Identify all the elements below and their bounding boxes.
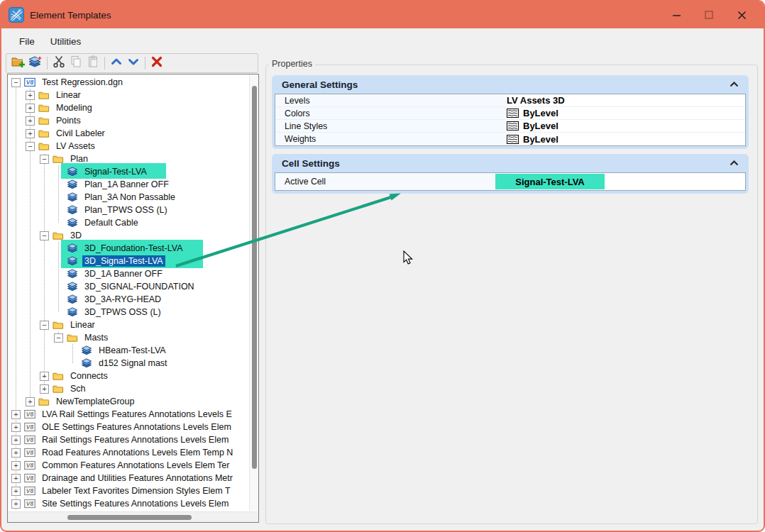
- expander-icon[interactable]: +: [40, 372, 49, 381]
- tree-item[interactable]: −V8Test Regression.dgn: [8, 76, 249, 89]
- tree-item[interactable]: d152 Signal mast: [8, 357, 249, 370]
- expander-icon[interactable]: −: [54, 333, 63, 343]
- expander-icon[interactable]: +: [11, 499, 21, 509]
- horizontal-scrollbar-thumb[interactable]: [67, 515, 192, 520]
- menu-file[interactable]: File: [11, 33, 43, 50]
- svg-text:V8: V8: [26, 449, 34, 456]
- tree-item[interactable]: +NewTemplateGroup: [8, 395, 249, 408]
- expander-icon[interactable]: +: [11, 461, 21, 470]
- expander-icon[interactable]: +: [40, 384, 49, 394]
- expander-icon[interactable]: +: [26, 104, 35, 113]
- tree-item[interactable]: +Modeling: [8, 101, 249, 114]
- active-cell-value[interactable]: Signal-Test-LVA: [495, 174, 605, 189]
- expander-icon[interactable]: +: [11, 474, 21, 483]
- section-general-settings-header[interactable]: General Settings: [275, 75, 746, 94]
- close-button[interactable]: [725, 1, 758, 28]
- section-cell-settings-header[interactable]: Cell Settings: [275, 154, 746, 172]
- tree-item[interactable]: −3D: [8, 229, 249, 242]
- expander-icon[interactable]: +: [26, 91, 35, 100]
- minimize-button[interactable]: [660, 1, 693, 28]
- tree-item[interactable]: HBeam-Test-LVA: [8, 344, 249, 357]
- property-value[interactable]: ByLevel: [507, 108, 558, 118]
- tree-item[interactable]: +V8LVA Rail Settings Features Annotation…: [8, 408, 249, 421]
- expander-icon[interactable]: −: [26, 142, 35, 151]
- chevron-up-icon[interactable]: [730, 160, 739, 166]
- tree-item[interactable]: Plan_1A Banner OFF: [8, 178, 249, 191]
- tree-item[interactable]: +V8Labeler Text Favorites Dimension Styl…: [8, 484, 249, 497]
- new-template-button[interactable]: [27, 55, 44, 72]
- template-icon: [67, 218, 78, 228]
- tree-item[interactable]: −Masts: [8, 331, 249, 344]
- title-bar[interactable]: Element Templates: [1, 1, 764, 28]
- template-tree[interactable]: −V8Test Regression.dgn+Linear+Modeling+P…: [8, 74, 249, 511]
- tree-item-label: Points: [54, 115, 83, 126]
- template-icon: [67, 269, 78, 279]
- tree-item[interactable]: 3D_1A Banner OFF: [8, 267, 249, 280]
- tree-item[interactable]: +Points: [8, 114, 249, 127]
- expander-icon[interactable]: +: [26, 129, 35, 138]
- tree-item-label: Linear: [54, 89, 83, 101]
- cut-button[interactable]: [50, 55, 67, 72]
- vertical-scrollbar[interactable]: [249, 74, 258, 511]
- tree-item[interactable]: +V8Rail Settings Features Annotations Le…: [8, 433, 249, 446]
- property-value[interactable]: ByLevel: [507, 134, 558, 145]
- expander-icon[interactable]: −: [11, 78, 21, 87]
- tree-item[interactable]: Default Cable: [8, 216, 249, 229]
- folder-icon: [53, 154, 64, 164]
- tree-item[interactable]: +V8Drainage and Utilities Features Annot…: [8, 472, 249, 484]
- expander-icon[interactable]: +: [26, 116, 35, 126]
- tree-item[interactable]: Signal-Test-LVA: [8, 165, 249, 178]
- tree-item[interactable]: −Plan: [8, 153, 249, 165]
- menu-utilities[interactable]: Utilities: [43, 33, 89, 50]
- expander-icon[interactable]: +: [11, 487, 21, 496]
- expander-icon[interactable]: +: [11, 436, 21, 445]
- tree-item[interactable]: 3D_Signal-Test-LVA: [8, 255, 249, 267]
- v8-file-gray-icon: V8: [24, 409, 35, 419]
- tree-item[interactable]: +V8Common Features Annotations Levels El…: [8, 459, 249, 472]
- property-value[interactable]: LV Assets 3D: [507, 95, 565, 106]
- property-row: LevelsLV Assets 3D: [275, 94, 745, 107]
- bylevel-swatch-icon: [507, 109, 519, 118]
- expander-icon[interactable]: −: [40, 321, 49, 330]
- tree-item[interactable]: 3D_Foundation-Test-LVA: [8, 242, 249, 255]
- horizontal-scrollbar[interactable]: [8, 511, 258, 522]
- tree-item[interactable]: Plan_3A Non Passable: [8, 191, 249, 204]
- move-up-button[interactable]: [108, 55, 125, 72]
- tree-item[interactable]: +Connects: [8, 370, 249, 382]
- svg-text:V8: V8: [26, 487, 34, 494]
- tree-item[interactable]: +V8: [8, 510, 249, 511]
- paste-button[interactable]: [84, 55, 101, 72]
- copy-button[interactable]: [67, 55, 84, 72]
- expander-icon[interactable]: +: [11, 410, 21, 419]
- move-down-button[interactable]: [125, 55, 142, 72]
- tree-item[interactable]: −LV Assets: [8, 140, 249, 153]
- tree-item[interactable]: +Linear: [8, 89, 249, 101]
- tree-item[interactable]: 3D_3A-RYG-HEAD: [8, 293, 249, 306]
- move-up-icon: [111, 57, 122, 70]
- expander-icon[interactable]: +: [11, 448, 21, 458]
- tree-item[interactable]: +Sch: [8, 382, 249, 395]
- tree-item-label: LVA Rail Settings Features Annotations L…: [40, 409, 234, 420]
- expander-icon[interactable]: +: [26, 397, 35, 406]
- tree-item-label: HBeam-Test-LVA: [97, 345, 168, 356]
- property-value[interactable]: ByLevel: [507, 121, 558, 131]
- folder-icon: [53, 384, 64, 394]
- chevron-up-icon[interactable]: [730, 82, 739, 87]
- tree-item[interactable]: +Civil Labeler: [8, 127, 249, 140]
- tree-item[interactable]: +V8OLE Settings Features Annotations Lev…: [8, 421, 249, 433]
- new-template-group-button[interactable]: [10, 55, 27, 72]
- tree-item[interactable]: +V8Site Settings Features Annotations Le…: [8, 497, 249, 510]
- tree-item[interactable]: 3D_TPWS OSS (L): [8, 306, 249, 318]
- expander-icon[interactable]: −: [40, 231, 49, 240]
- vertical-scrollbar-thumb[interactable]: [252, 86, 257, 469]
- tree-item[interactable]: Plan_TPWS OSS (L): [8, 204, 249, 216]
- tree-item[interactable]: 3D_SIGNAL-FOUNDATION: [8, 280, 249, 293]
- tree-item[interactable]: +V8Road Features Annotations Levels Elem…: [8, 446, 249, 459]
- delete-button[interactable]: [148, 55, 165, 72]
- property-label: Colors: [275, 107, 507, 119]
- tree-item[interactable]: −Linear: [8, 318, 249, 331]
- window-title: Element Templates: [30, 10, 111, 21]
- maximize-button[interactable]: [693, 1, 725, 28]
- expander-icon[interactable]: −: [40, 155, 49, 164]
- expander-icon[interactable]: +: [11, 423, 21, 432]
